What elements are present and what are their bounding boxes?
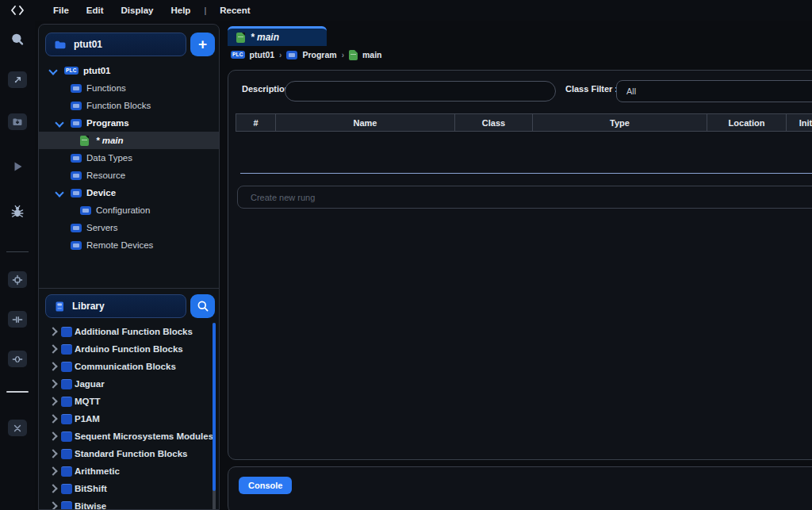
tree-item-programs[interactable]: Programs (39, 114, 219, 132)
deploy-icon[interactable] (8, 71, 27, 88)
console-panel: Console (228, 466, 812, 510)
column-header-name[interactable]: Name (276, 114, 455, 131)
add-pou-button[interactable]: + (190, 33, 215, 56)
tree-item-servers[interactable]: Servers (39, 219, 219, 236)
menu-file[interactable]: File (44, 6, 78, 15)
library-item-label: Additional Function Blocks (75, 327, 193, 336)
breadcrumb-main[interactable]: main (362, 50, 382, 59)
servers-icon (71, 224, 82, 232)
tree-item-ptut01[interactable]: PLCptut01 (39, 62, 219, 79)
tree-item-resource[interactable]: Resource (39, 167, 219, 184)
chevron-down-icon[interactable] (48, 66, 57, 75)
library-item-communication-blocks[interactable]: Communication Blocks (39, 358, 219, 375)
close-icon[interactable] (8, 420, 27, 436)
tab-main[interactable]: * main (228, 26, 327, 46)
library-item-arduino-function-blocks[interactable]: Arduino Function Blocks (39, 340, 219, 358)
plc-badge-icon: PLC (231, 51, 245, 59)
tree-item-label: Data Types (86, 153, 132, 163)
code-icon[interactable] (11, 6, 24, 15)
tree-item-remote-devices[interactable]: Remote Devices (39, 236, 219, 254)
class-filter-select[interactable]: All (616, 80, 812, 102)
library-item-sequent-microsystems-modules[interactable]: Sequent Microsystems Modules (39, 428, 219, 445)
chevron-right-icon[interactable] (48, 414, 57, 423)
project-tree: PLCptut01FunctionsFunction BlocksProgram… (39, 62, 219, 254)
chevron-right-icon[interactable] (48, 327, 57, 336)
column-header-location[interactable]: Location (707, 114, 787, 131)
chevron-down-icon[interactable] (55, 188, 63, 197)
project-title: ptut01 (74, 39, 102, 50)
breadcrumb-program[interactable]: Program (302, 50, 336, 59)
tree-item-function-blocks[interactable]: Function Blocks (39, 97, 219, 114)
chevron-right-icon[interactable] (48, 501, 57, 510)
tree-item-data-types[interactable]: Data Types (39, 149, 219, 167)
tree-item-label: Programs (86, 118, 129, 128)
column-header-init[interactable]: Init (787, 114, 812, 131)
library-scrollbar-thumb[interactable] (213, 323, 216, 491)
chevron-right-icon[interactable] (48, 484, 57, 493)
tree-item-label: Function Blocks (86, 101, 151, 110)
chevron-right-icon[interactable] (48, 449, 57, 458)
project-header[interactable]: ptut01 (45, 33, 186, 56)
tree-item-configuration[interactable]: Configuration (39, 201, 219, 219)
run-icon[interactable] (8, 158, 27, 175)
library-item-arithmetic[interactable]: Arithmetic (39, 462, 219, 480)
tree-item-label: Device (86, 188, 116, 197)
column-header-class[interactable]: Class (455, 114, 533, 131)
ladder-contact-icon[interactable] (8, 311, 27, 328)
debug-icon[interactable] (8, 203, 27, 220)
library-block-icon (61, 484, 72, 494)
column-header-num[interactable]: # (236, 114, 276, 131)
library-header[interactable]: Library (45, 294, 186, 318)
import-project-icon[interactable] (8, 113, 27, 130)
menu-recent[interactable]: Recent (211, 6, 259, 15)
activity-divider (6, 391, 29, 393)
hardware-chip-icon[interactable] (8, 271, 27, 288)
configuration-icon (80, 206, 91, 215)
chevron-down-icon[interactable] (55, 118, 63, 127)
library-block-icon (61, 344, 72, 355)
chevron-right-icon[interactable] (48, 466, 57, 475)
library-item-standard-function-blocks[interactable]: Standard Function Blocks (39, 445, 219, 462)
tab-label: * main (251, 32, 279, 43)
description-input[interactable] (285, 81, 556, 102)
menu-items: FileEditDisplayHelp|Recent (44, 6, 259, 15)
panel-divider (39, 288, 219, 289)
console-button[interactable]: Console (239, 477, 292, 494)
plc-badge-icon: PLC (64, 67, 79, 75)
ladder-coil-icon[interactable] (8, 351, 27, 367)
library-item-bitshift[interactable]: BitShift (39, 480, 219, 497)
library-item-label: Jaguar (75, 379, 105, 389)
library-block-icon (61, 431, 72, 442)
library-block-icon (61, 327, 72, 337)
project-library-panel: ptut01 + PLCptut01FunctionsFunction Bloc… (38, 24, 220, 510)
menu-help[interactable]: Help (162, 6, 199, 15)
library-item-jaguar[interactable]: Jaguar (39, 375, 219, 393)
library-block-icon (61, 466, 72, 477)
chevron-right-icon[interactable] (48, 344, 57, 353)
class-filter-value: All (626, 86, 636, 96)
library-item-label: Arithmetic (75, 466, 120, 476)
library-search-button[interactable] (190, 294, 215, 318)
chevron-right-icon[interactable] (48, 362, 57, 370)
chevron-right-icon[interactable] (48, 379, 57, 388)
library-item-p1am[interactable]: P1AM (39, 410, 219, 428)
tree-item-main[interactable]: * main (39, 132, 219, 149)
library-item-additional-function-blocks[interactable]: Additional Function Blocks (39, 323, 219, 340)
search-icon[interactable] (8, 31, 27, 48)
tree-item-functions[interactable]: Functions (39, 79, 219, 97)
library-scrollbar[interactable] (213, 323, 216, 510)
tree-item-device[interactable]: Device (39, 184, 219, 201)
pou-doc-icon (349, 50, 358, 60)
chevron-right-icon[interactable] (48, 397, 57, 405)
chevron-right-icon[interactable] (48, 431, 57, 440)
library-item-bitwise[interactable]: Bitwise (39, 497, 219, 510)
editor-panel: Description : Class Filter : All #NameCl… (228, 70, 812, 460)
pou-doc-icon (236, 33, 245, 43)
column-header-type[interactable]: Type (533, 114, 707, 131)
library-item-mqtt[interactable]: MQTT (39, 393, 219, 410)
tree-item-label: Configuration (96, 205, 150, 215)
create-rung-input[interactable]: Create new rung (237, 186, 812, 209)
menu-display[interactable]: Display (113, 6, 163, 15)
breadcrumb-ptut01[interactable]: ptut01 (250, 50, 275, 59)
menu-edit[interactable]: Edit (78, 6, 113, 15)
